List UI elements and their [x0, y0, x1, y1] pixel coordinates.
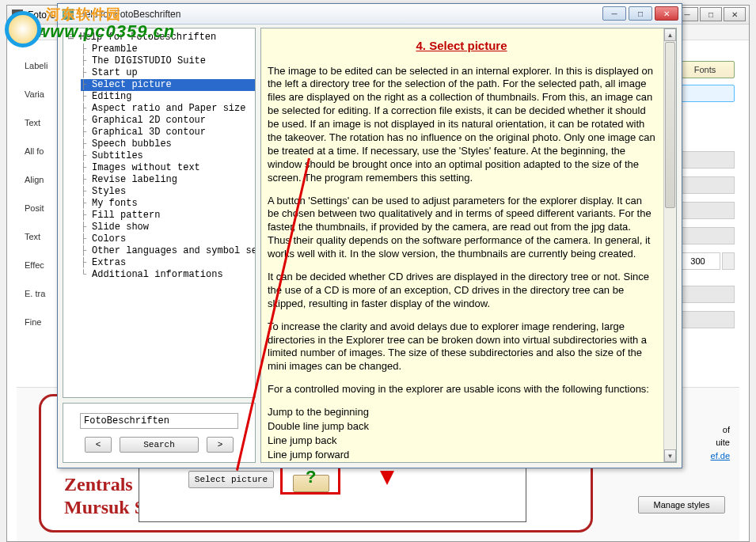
search-back-button[interactable]: <	[85, 437, 112, 453]
tree-item[interactable]: ├ Slide show	[81, 222, 255, 233]
tree-item[interactable]: ├ Styles	[81, 186, 255, 198]
link-frag-3[interactable]: ef.de	[711, 449, 730, 463]
scroll-thumb[interactable]	[665, 42, 675, 208]
search-input[interactable]: FotoBeschriften	[80, 413, 238, 429]
slider-bg-5[interactable]	[675, 286, 735, 303]
fonts-button[interactable]: Fonts	[675, 61, 735, 78]
help-content-pane: 4. Select picture The image to be edited…	[260, 28, 677, 463]
preview-text: Zentrals Mursuk S	[64, 473, 145, 519]
content-scrollbar[interactable]: ▲ ▼	[663, 28, 676, 462]
preview-text-line2: Mursuk S	[64, 496, 145, 519]
watermark-logo-icon	[5, 11, 41, 47]
tree-item[interactable]: ├ Start up	[81, 67, 255, 79]
scroll-up-button[interactable]: ▲	[664, 28, 676, 41]
help-tree-pane: ⊟ Help for FotoBeschriften ├ Preamble├ T…	[63, 28, 256, 463]
help-icon-highlight	[280, 466, 340, 495]
help-tree[interactable]: ⊟ Help for FotoBeschriften ├ Preamble├ T…	[63, 28, 256, 398]
help-article[interactable]: 4. Select picture The image to be edited…	[261, 28, 663, 462]
help-book-icon[interactable]	[293, 470, 328, 491]
article-p3: It can be decided whether CD drives are …	[268, 271, 655, 311]
manage-styles-button[interactable]: Manage styles	[638, 496, 725, 514]
tree-item[interactable]: ├ Subtitles	[81, 150, 255, 162]
article-p4: To increase the clarity and avoid delays…	[268, 320, 655, 374]
tree-item[interactable]: ├ Images without text	[81, 162, 255, 174]
tree-item[interactable]: ├ The DIGISTUDIO Suite	[81, 55, 255, 67]
slider-bg-1[interactable]	[675, 151, 735, 169]
slider-bg-2[interactable]	[675, 176, 735, 194]
slider-bg-4[interactable]	[675, 227, 735, 244]
select-picture-button[interactable]: Select picture	[188, 471, 274, 488]
article-p2: A button 'Settings' can be used to adjus…	[268, 195, 655, 261]
tree-item[interactable]: ├ Select picture	[81, 79, 255, 91]
tree-item[interactable]: └ Additional informations	[81, 269, 255, 281]
slider-bg-6[interactable]	[675, 311, 735, 328]
slider-bg-3[interactable]	[675, 202, 735, 219]
help-minimize-button[interactable]: ─	[602, 6, 626, 21]
nav-list-item: Jump to the beginning	[268, 406, 655, 419]
tree-item[interactable]: ├ Fill pattern	[81, 210, 255, 222]
help-window: Help for FotoBeschriften ─ □ ✕ ⊟ Help fo…	[57, 3, 682, 468]
help-maximize-button[interactable]: □	[629, 6, 652, 21]
article-nav-list: Jump to the beginningDouble line jump ba…	[268, 406, 655, 462]
article-p1: The image to be edited can be selected i…	[268, 65, 655, 185]
tree-item[interactable]: ├ Revise labeling	[81, 174, 255, 186]
annotation-arrow-head	[380, 471, 394, 485]
tree-item[interactable]: ├ Graphical 3D contour	[81, 127, 255, 138]
tree-item[interactable]: ├ Other languages and symbol sets	[81, 245, 255, 257]
watermark: 河东软件园 www.pc0359.cn	[5, 14, 175, 51]
nav-list-item: Double line jump back	[268, 420, 655, 434]
watermark-url: www.pc0359.cn	[36, 21, 175, 41]
select-picture-toolbar: Select picture	[139, 465, 526, 522]
right-column: Fonts 300	[675, 61, 735, 336]
parent-close-button[interactable]: ✕	[724, 7, 746, 21]
search-forward-button[interactable]: >	[207, 437, 234, 453]
tree-item[interactable]: ├ Editing	[81, 91, 255, 103]
link-frag-2[interactable]: uite	[711, 436, 730, 449]
tree-item[interactable]: ├ My fonts	[81, 198, 255, 210]
tree-item[interactable]: ├ Speech bubbles	[81, 138, 255, 150]
tree-item[interactable]: ├ Colors	[81, 233, 255, 245]
scroll-down-button[interactable]: ▼	[664, 449, 676, 462]
blue-selection-box[interactable]	[675, 85, 735, 102]
parent-maximize-button[interactable]: □	[700, 7, 722, 21]
help-search-panel: FotoBeschriften < Search >	[63, 403, 256, 463]
tree-item[interactable]: ├ Graphical 2D contour	[81, 115, 255, 127]
nav-list-item: Line jump back	[268, 434, 655, 448]
tree-item[interactable]: ├ Aspect ratio and Paper size	[81, 103, 255, 115]
number-stepper[interactable]	[722, 252, 735, 270]
search-button[interactable]: Search	[120, 437, 199, 453]
nav-list-item: Line jump forward	[268, 449, 655, 462]
help-close-button[interactable]: ✕	[655, 6, 678, 21]
article-p5: For a controlled moving in the explorer …	[268, 383, 655, 396]
watermark-cn: 河东软件园	[46, 5, 121, 24]
right-footer-links: of uite ef.de	[711, 423, 730, 463]
tree-item[interactable]: ├ Extras	[81, 257, 255, 269]
preview-text-line1: Zentrals	[64, 473, 145, 496]
link-frag-1[interactable]: of	[711, 423, 730, 437]
article-heading: 4. Select picture	[268, 38, 655, 54]
